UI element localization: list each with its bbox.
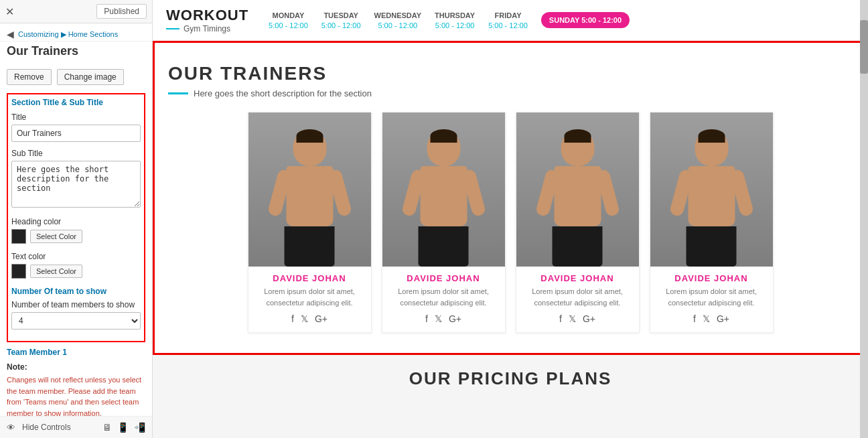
schedule-bar: WORKOUT Gym Timings MONDAY 5:00 - 12:00 … <box>153 0 868 41</box>
main-scrollbar-thumb[interactable] <box>860 20 868 74</box>
main-scrollbar[interactable] <box>860 0 868 438</box>
main-content: WORKOUT Gym Timings MONDAY 5:00 - 12:00 … <box>153 0 868 438</box>
trainer-img-3 <box>516 113 639 267</box>
subtitle-textarea[interactable]: Here goes the short description for the … <box>11 161 141 208</box>
trainer-social-2: f 𝕏 G+ <box>382 313 505 332</box>
tablet-icon[interactable]: 📱 <box>117 422 129 433</box>
trainer-arm-right-1 <box>327 169 352 218</box>
trainer-torso-1 <box>286 166 333 226</box>
eye-icon: 👁 <box>7 423 15 433</box>
facebook-icon-2[interactable]: f <box>425 313 428 324</box>
googleplus-icon-1[interactable]: G+ <box>315 313 328 324</box>
gym-timings: Gym Timings <box>166 24 248 33</box>
left-panel: ✕ Published ◀ Customizing ▶ Home Section… <box>0 0 153 438</box>
trainer-head-4 <box>695 129 728 166</box>
trainer-figure-1 <box>248 113 371 267</box>
text-color-row: Select Color <box>11 264 141 279</box>
section-title-subtitle-box: Section Title & Sub Title Title Sub Titl… <box>7 93 145 342</box>
facebook-icon-1[interactable]: f <box>291 313 294 324</box>
googleplus-icon-4[interactable]: G+ <box>717 313 729 324</box>
pricing-title: OUR PRICING PLANS <box>153 355 868 396</box>
trainer-hair-1 <box>296 129 323 143</box>
number-label: Number of team members to show <box>11 300 141 309</box>
remove-button[interactable]: Remove <box>7 69 52 85</box>
trainer-card-1: DAVIDE JOHAN Lorem ipsum dolor sit amet,… <box>248 112 372 333</box>
panel-bottom: 👁 Hide Controls 🖥 📱 📲 <box>0 416 152 438</box>
trainer-body-2 <box>419 129 469 267</box>
trainer-figure-3 <box>516 113 639 267</box>
trainer-hair-3 <box>564 129 591 143</box>
close-button[interactable]: ✕ <box>5 5 14 18</box>
trainer-figure-2 <box>382 113 505 267</box>
trainer-head-2 <box>427 129 460 166</box>
trainers-main-title: OUR TRAINERS <box>168 63 853 84</box>
desktop-icon[interactable]: 🖥 <box>102 422 112 433</box>
heading-color-row: Select Color <box>11 229 141 244</box>
day-monday: MONDAY 5:00 - 12:00 <box>269 11 308 29</box>
title-label: Title <box>11 113 141 122</box>
mobile-icon[interactable]: 📲 <box>134 422 145 433</box>
twitter-icon-1[interactable]: 𝕏 <box>301 313 308 324</box>
trainer-hair-2 <box>430 129 457 143</box>
hide-controls-button[interactable]: Hide Controls <box>22 423 71 432</box>
trainer-arm-left-2 <box>401 169 425 218</box>
trainer-figure-4 <box>650 113 773 267</box>
gym-timings-line <box>166 28 179 29</box>
trainer-name-2: DAVIDE JOHAN <box>382 267 505 286</box>
googleplus-icon-3[interactable]: G+ <box>583 313 595 324</box>
trainer-card-4: DAVIDE JOHAN Lorem ipsum dolor sit amet,… <box>650 112 774 333</box>
trainer-torso-2 <box>420 166 467 226</box>
trainer-pants-3 <box>553 226 603 267</box>
note-text: Changes will not reflect unless you sele… <box>7 374 145 416</box>
trainer-body-3 <box>553 129 603 267</box>
panel-topbar: ✕ Published <box>0 0 152 23</box>
heading-color-button[interactable]: Select Color <box>30 230 82 243</box>
schedule-days: MONDAY 5:00 - 12:00 TUESDAY 5:00 - 12:00… <box>269 11 630 29</box>
trainer-img-1 <box>248 113 371 267</box>
published-button[interactable]: Published <box>96 4 147 19</box>
section-title-subtitle-heading: Section Title & Sub Title <box>11 98 141 107</box>
trainer-head-1 <box>293 129 326 166</box>
twitter-icon-2[interactable]: 𝕏 <box>435 313 442 324</box>
trainer-desc-4: Lorem ipsum dolor sit amet, consectetur … <box>650 286 773 313</box>
trainer-torso-4 <box>688 166 735 226</box>
device-icons: 🖥 📱 📲 <box>102 422 145 433</box>
trainer-card-2: DAVIDE JOHAN Lorem ipsum dolor sit amet,… <box>382 112 506 333</box>
schedule-title: WORKOUT <box>166 7 248 24</box>
team-member-heading: Team Member 1 <box>7 348 145 357</box>
trainers-grid: DAVIDE JOHAN Lorem ipsum dolor sit amet,… <box>168 112 853 333</box>
day-thursday: THURSDAY 5:00 - 12:00 <box>435 11 475 29</box>
back-arrow[interactable]: ◀ <box>7 29 14 40</box>
trainer-desc-2: Lorem ipsum dolor sit amet, consectetur … <box>382 286 505 313</box>
heading-color-label: Heading color <box>11 217 141 226</box>
facebook-icon-4[interactable]: f <box>693 313 696 324</box>
heading-color-swatch <box>11 229 26 244</box>
trainer-name-3: DAVIDE JOHAN <box>516 267 639 286</box>
trainers-section: OUR TRAINERS Here goes the short descrip… <box>153 41 868 355</box>
text-color-button[interactable]: Select Color <box>30 265 82 278</box>
change-image-button[interactable]: Change image <box>57 69 124 85</box>
trainer-arm-left-4 <box>668 169 693 218</box>
trainer-name-4: DAVIDE JOHAN <box>650 267 773 286</box>
facebook-icon-3[interactable]: f <box>559 313 562 324</box>
panel-title: Our Trainers <box>0 42 152 64</box>
image-buttons-row: Remove Change image <box>7 69 145 85</box>
trainer-arm-right-2 <box>461 169 486 218</box>
trainer-social-1: f 𝕏 G+ <box>248 313 371 332</box>
googleplus-icon-2[interactable]: G+ <box>449 313 461 324</box>
text-color-label: Text color <box>11 252 141 261</box>
trainer-social-3: f 𝕏 G+ <box>516 313 639 332</box>
title-input[interactable] <box>11 125 141 142</box>
day-sunday: SUNDAY 5:00 - 12:00 <box>541 12 630 28</box>
trainer-desc-1: Lorem ipsum dolor sit amet, consectetur … <box>248 286 371 313</box>
note-label: Note: <box>7 362 145 372</box>
number-select[interactable]: 4 2 3 5 <box>11 312 141 330</box>
trainer-desc-3: Lorem ipsum dolor sit amet, consectetur … <box>516 286 639 313</box>
gym-timings-label: Gym Timings <box>184 24 230 33</box>
section-subtitle-text: Here goes the short description for the … <box>194 88 372 98</box>
section-subtitle-line <box>168 92 188 94</box>
trainer-body-4 <box>686 129 737 267</box>
twitter-icon-4[interactable]: 𝕏 <box>703 313 710 324</box>
twitter-icon-3[interactable]: 𝕏 <box>569 313 576 324</box>
trainer-arm-right-3 <box>595 169 620 218</box>
